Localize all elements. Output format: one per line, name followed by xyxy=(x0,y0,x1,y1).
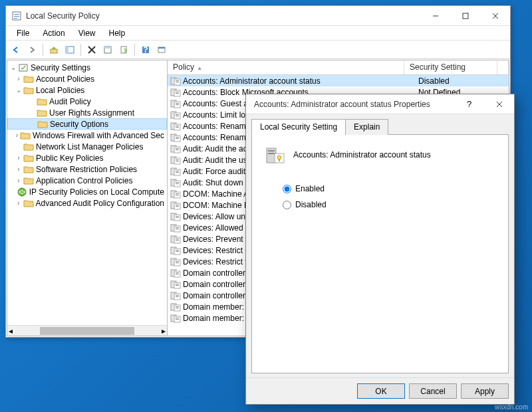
forward-button[interactable] xyxy=(25,43,39,57)
svg-rect-61 xyxy=(176,183,179,184)
expand-icon[interactable]: ⌄ xyxy=(14,86,23,94)
tree-item[interactable]: ›Advanced Audit Policy Configuration xyxy=(7,197,167,209)
policy-name: Domain member: Di xyxy=(183,314,254,323)
list-row[interactable]: Accounts: Administrator account statusDi… xyxy=(168,75,509,86)
svg-rect-49 xyxy=(176,150,179,150)
expand-icon[interactable]: › xyxy=(14,199,23,207)
export-button[interactable] xyxy=(116,43,131,57)
svg-rect-40 xyxy=(176,126,179,126)
dialog-title: Accounts: Administrator account status P… xyxy=(251,100,454,109)
radio-disabled[interactable]: Disabled xyxy=(283,200,496,209)
expand-icon[interactable]: ⌄ xyxy=(9,64,18,71)
expand-icon[interactable]: › xyxy=(14,177,23,184)
folder-icon xyxy=(23,153,34,163)
tree-item-label: Local Policies xyxy=(36,86,84,95)
svg-rect-81 xyxy=(176,240,179,241)
close-button[interactable] xyxy=(480,6,510,25)
delete-button[interactable] xyxy=(84,43,99,57)
policy-icon xyxy=(170,235,181,244)
titlebar[interactable]: Local Security Policy xyxy=(6,6,510,26)
ok-button[interactable]: OK xyxy=(357,383,405,399)
show-hide-tree-button[interactable] xyxy=(63,43,77,57)
cancel-button[interactable]: Cancel xyxy=(409,383,457,399)
properties-button[interactable] xyxy=(100,43,115,57)
refresh-button[interactable] xyxy=(154,43,169,57)
properties-dialog: Accounts: Administrator account status P… xyxy=(245,94,515,405)
dialog-help-button[interactable]: ? xyxy=(454,94,484,114)
tree-item[interactable]: Security Options xyxy=(7,118,167,130)
svg-rect-76 xyxy=(176,227,179,228)
tree-item[interactable]: ›Public Key Policies xyxy=(7,152,167,163)
svg-rect-57 xyxy=(176,172,179,173)
svg-rect-2 xyxy=(14,16,19,17)
radio-enabled-input[interactable] xyxy=(283,185,291,193)
svg-rect-32 xyxy=(176,103,179,104)
svg-rect-92 xyxy=(176,272,179,273)
tree-item[interactable]: IP Security Policies on Local Compute xyxy=(7,186,167,197)
security-settings-icon xyxy=(18,62,29,73)
apply-button[interactable]: Apply xyxy=(461,383,509,399)
svg-rect-80 xyxy=(176,239,179,239)
tree-item[interactable]: Network List Manager Policies xyxy=(7,141,167,152)
minimize-button[interactable] xyxy=(420,6,450,25)
dialog-close-button[interactable] xyxy=(484,94,514,114)
back-button[interactable] xyxy=(9,43,23,57)
tree-item[interactable]: ⌄Local Policies xyxy=(7,84,167,96)
policy-icon xyxy=(170,144,181,154)
tree-item-label: Security Options xyxy=(50,120,108,129)
svg-rect-28 xyxy=(176,92,179,92)
policy-name: Accounts: Administrator account status xyxy=(183,76,321,86)
policy-icon xyxy=(170,167,181,176)
up-button[interactable] xyxy=(47,43,61,57)
tree-item[interactable]: ›Account Policies xyxy=(7,73,167,84)
folder-icon xyxy=(37,108,47,118)
svg-rect-14 xyxy=(104,47,111,49)
policy-icon xyxy=(170,189,181,199)
tree-item[interactable]: User Rights Assignment xyxy=(7,107,167,118)
svg-rect-52 xyxy=(176,159,179,160)
svg-rect-53 xyxy=(176,161,179,161)
radio-disabled-input[interactable] xyxy=(283,201,291,209)
radio-enabled-label: Enabled xyxy=(295,184,325,193)
column-policy[interactable]: Policy▴ xyxy=(168,60,404,74)
svg-rect-25 xyxy=(176,82,179,82)
policy-icon xyxy=(170,110,181,120)
help-button[interactable]: ? xyxy=(138,43,153,57)
menu-help[interactable]: Help xyxy=(102,27,132,39)
svg-rect-96 xyxy=(176,284,179,284)
scroll-thumb[interactable] xyxy=(40,327,134,335)
policy-name: Accounts: Limit loca xyxy=(183,110,254,120)
folder-icon xyxy=(23,142,34,152)
tree-panel[interactable]: ⌄ Security Settings ›Account Policies⌄Lo… xyxy=(7,60,168,336)
tree-item[interactable]: ›Windows Firewall with Advanced Sec xyxy=(7,130,167,141)
policy-name: Audit: Shut down sy xyxy=(183,178,253,187)
tree-item[interactable]: Audit Policy xyxy=(7,96,167,107)
tree-hscrollbar[interactable]: ◂ ▸ xyxy=(7,325,167,336)
svg-rect-10 xyxy=(66,47,68,53)
tree-item[interactable]: ›Application Control Policies xyxy=(7,175,167,186)
expand-icon[interactable]: › xyxy=(14,75,23,82)
tree-item[interactable]: ›Software Restriction Policies xyxy=(7,163,167,175)
column-security-setting[interactable]: Security Setting xyxy=(404,60,497,74)
expand-icon[interactable]: › xyxy=(14,132,20,139)
scroll-right-icon[interactable]: ▸ xyxy=(162,326,166,336)
policy-icon xyxy=(170,76,181,86)
policy-icon xyxy=(170,257,181,266)
menu-view[interactable]: View xyxy=(72,27,102,39)
tab-explain[interactable]: Explain xyxy=(345,119,388,135)
maximize-button[interactable] xyxy=(450,6,480,25)
expand-icon[interactable]: › xyxy=(14,154,23,161)
tree-root[interactable]: ⌄ Security Settings xyxy=(7,62,167,73)
menu-file[interactable]: File xyxy=(10,27,36,39)
scroll-left-icon[interactable]: ◂ xyxy=(9,326,13,336)
radio-enabled[interactable]: Enabled xyxy=(283,184,496,193)
expand-icon[interactable]: › xyxy=(14,165,23,173)
svg-rect-41 xyxy=(176,127,179,128)
menu-action[interactable]: Action xyxy=(36,27,71,39)
dialog-titlebar[interactable]: Accounts: Administrator account status P… xyxy=(246,94,514,114)
tab-local-security-setting[interactable]: Local Security Setting xyxy=(251,119,346,135)
tree-item-label: Account Policies xyxy=(36,74,94,84)
svg-rect-60 xyxy=(176,182,179,183)
svg-rect-88 xyxy=(176,261,179,262)
svg-rect-29 xyxy=(176,93,179,94)
